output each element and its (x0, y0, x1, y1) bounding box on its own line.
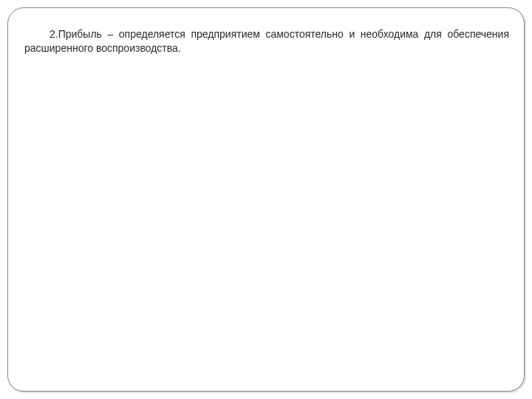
slide-frame: 2.Прибыль – определяется предприятием са… (7, 7, 525, 392)
slide-content: 2.Прибыль – определяется предприятием са… (24, 27, 509, 55)
body-paragraph: 2.Прибыль – определяется предприятием са… (24, 27, 509, 55)
slide: 2.Прибыль – определяется предприятием са… (0, 0, 532, 399)
